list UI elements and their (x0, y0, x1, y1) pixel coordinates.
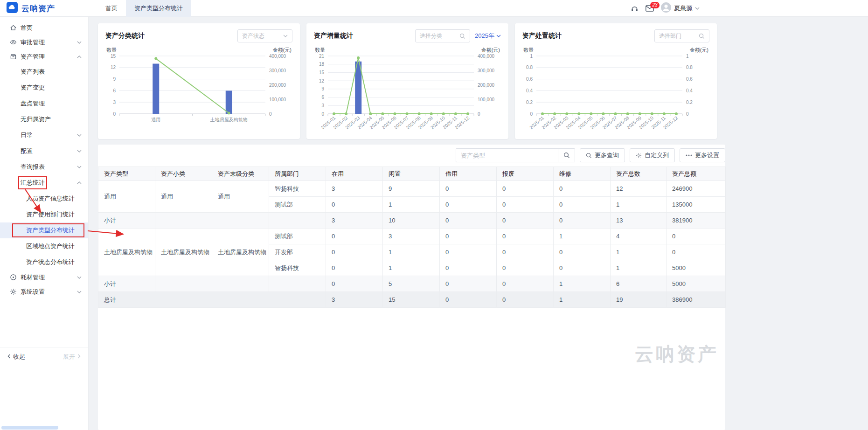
user-menu[interactable]: 夏泉源 (661, 2, 700, 14)
sidebar-item[interactable]: 盘点管理 (0, 96, 88, 111)
sidebar-item[interactable]: 资产使用部门统计 (0, 207, 88, 222)
svg-text:0.2: 0.2 (686, 100, 693, 105)
collapse-button[interactable]: 收起 (7, 353, 25, 361)
table-cell: 1 (611, 260, 667, 276)
chart-select[interactable]: 选择部门 (654, 29, 709, 42)
table-cell: 1 (383, 244, 440, 260)
sidebar-item[interactable]: 查询报表 (0, 159, 88, 175)
toolbar-button[interactable]: 自定义列 (630, 148, 675, 162)
scrollbar-thumb[interactable] (1, 426, 58, 430)
search-input[interactable] (456, 148, 558, 162)
column-header: 在用 (326, 167, 383, 181)
svg-text:0.4: 0.4 (526, 88, 533, 93)
headset-icon[interactable] (631, 5, 639, 13)
chart-card: 资产增量统计选择分类2025年211815129630400,000300,00… (306, 23, 508, 139)
table-cell: 0 (497, 276, 554, 292)
svg-text:金额(元): 金额(元) (690, 47, 708, 53)
mail-icon[interactable]: 23 (646, 5, 654, 12)
table-cell-dept: 智扬科技 (269, 181, 326, 197)
search-icon (699, 33, 705, 39)
chart-canvas: 211815129630400,000300,000200,000100,000… (314, 45, 501, 136)
sidebar-item-label: 查询报表 (21, 163, 45, 171)
chart-canvas: 10.80.60.40.2010.80.60.40.20数量金额(元)2025-… (522, 45, 709, 136)
chart-card: 资产分类统计资产状态15129630400,000300,000200,0001… (98, 23, 300, 139)
sidebar-item[interactable]: 耗材管理 (0, 270, 88, 284)
svg-text:12: 12 (111, 65, 116, 70)
chart-card: 资产处置统计选择部门10.80.60.40.2010.80.60.40.20数量… (515, 23, 717, 139)
table-header-row: 资产类型资产小类资产末级分类所属部门在用闲置借用报废维修资产总数资产总额 (98, 167, 726, 181)
watermark: 云呐资产 (635, 341, 719, 367)
subtotal-label: 小计 (98, 213, 155, 229)
table-cell: 3 (383, 229, 440, 244)
svg-text:0.8: 0.8 (526, 65, 533, 70)
app-title: 云呐资产 (21, 3, 55, 14)
sidebar-item[interactable]: 人员资产信息统计 (0, 191, 88, 207)
expand-button[interactable]: 展开 (63, 353, 81, 361)
chart-cards-row: 资产分类统计资产状态15129630400,000300,000200,0001… (98, 23, 868, 139)
svg-text:9: 9 (113, 76, 116, 82)
sidebar-item[interactable]: 日常 (0, 127, 88, 143)
sidebar-item-label: 审批管理 (21, 38, 45, 47)
search-button[interactable] (558, 148, 575, 162)
sidebar-scrollbar[interactable] (1, 426, 87, 430)
sidebar-item[interactable]: 区域地点资产统计 (0, 238, 88, 254)
select-value: 资产状态 (242, 32, 264, 40)
sidebar-item[interactable]: 资产类型分布统计 (0, 222, 88, 238)
svg-text:0: 0 (530, 111, 533, 117)
chevron-up-icon (77, 55, 82, 58)
sidebar-item[interactable]: 首页 (0, 21, 88, 35)
chevron-down-icon (77, 276, 82, 279)
toolbar-button[interactable]: 更多设置 (680, 148, 725, 162)
toolbar-button[interactable]: 更多查询 (580, 148, 625, 162)
table-cell: 0 (440, 181, 497, 197)
table-cell (269, 213, 326, 229)
table-cell: 0 (554, 213, 611, 229)
svg-text:200,000: 200,000 (269, 83, 286, 88)
approval-icon (10, 39, 17, 46)
sidebar-item[interactable]: 审批管理 (0, 35, 88, 49)
toolbar-button-label: 更多设置 (695, 151, 719, 160)
column-header: 资产总数 (611, 167, 667, 181)
sidebar-item[interactable]: 资产状态分布统计 (0, 254, 88, 270)
table-cell: 10 (383, 213, 440, 229)
sidebar-item[interactable]: 系统设置 (0, 284, 88, 299)
table-cell: 0 (554, 197, 611, 213)
svg-text:金额(元): 金额(元) (481, 47, 500, 53)
table-cell: 1 (554, 229, 611, 244)
app-logo: 云呐资产 (7, 0, 55, 17)
svg-text:200,000: 200,000 (478, 83, 495, 88)
chart-select[interactable]: 资产状态 (237, 29, 292, 42)
sidebar-item-label: 配置 (21, 147, 33, 155)
sidebar-item[interactable]: 配置 (0, 143, 88, 159)
sidebar-item[interactable]: 无归属资产 (0, 111, 88, 127)
tab-item[interactable]: 首页 (97, 0, 126, 17)
avatar (661, 2, 671, 14)
sidebar-item[interactable]: 资产列表 (0, 64, 88, 80)
table-cell-category: 通用 (155, 181, 212, 213)
svg-text:15: 15 (111, 54, 116, 59)
table-cell: 0 (440, 213, 497, 229)
svg-text:0.4: 0.4 (686, 88, 693, 93)
topbar: 云呐资产 首页资产类型分布统计 23 夏泉源 (0, 0, 868, 17)
table-cell: 0 (667, 229, 726, 244)
table-cell: 0 (554, 244, 611, 260)
chart-select[interactable]: 选择分类 (415, 29, 470, 42)
table-row: 土地房屋及构筑物土地房屋及构筑物土地房屋及构筑物测试部0300140 (98, 229, 726, 244)
chevron-down-icon (77, 291, 82, 293)
table-cell: 381900 (667, 213, 726, 229)
sidebar-item[interactable]: 汇总统计 (0, 175, 88, 191)
table-cell-dept: 开发部 (269, 244, 326, 260)
sidebar-item[interactable]: 资产管理 (0, 49, 88, 64)
table-cell: 0 (497, 244, 554, 260)
table-cell: 0 (326, 244, 383, 260)
sidebar-item[interactable]: 资产变更 (0, 80, 88, 96)
svg-text:100,000: 100,000 (269, 97, 286, 102)
sidebar-item-label: 区域地点资产统计 (26, 242, 75, 250)
sidebar-item-label: 资产列表 (21, 68, 45, 76)
svg-text:0: 0 (321, 111, 324, 117)
table-cell: 3 (326, 181, 383, 197)
tab-active[interactable]: 资产类型分布统计 (126, 0, 191, 17)
search-icon (586, 153, 592, 159)
year-select[interactable]: 2025年 (475, 32, 501, 40)
svg-text:15: 15 (319, 70, 325, 75)
